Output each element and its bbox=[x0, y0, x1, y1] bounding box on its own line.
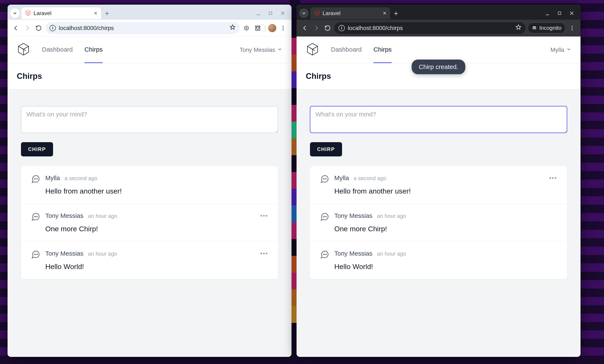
chirp-textarea[interactable] bbox=[310, 106, 567, 133]
chirp-message: Hello World! bbox=[45, 263, 268, 271]
user-menu[interactable]: Tony Messias bbox=[239, 47, 282, 53]
svg-point-3 bbox=[283, 26, 284, 27]
chirp-time: an hour ago bbox=[88, 251, 117, 257]
chirp-author: Mylla bbox=[45, 175, 60, 182]
bookmark-star-icon[interactable] bbox=[230, 24, 236, 32]
chirp-actions-menu[interactable]: ••• bbox=[260, 250, 268, 257]
page-body: Chirp Mylla a second ago Hello from anot… bbox=[8, 89, 291, 357]
chirp-item: Mylla a second ago Hello from another us… bbox=[310, 166, 567, 204]
chirp-list: Mylla a second ago Hello from another us… bbox=[310, 166, 567, 279]
nav-forward-icon[interactable] bbox=[312, 24, 321, 33]
svg-point-22 bbox=[325, 179, 325, 179]
app-logo-icon[interactable] bbox=[306, 43, 319, 57]
nav-reload-icon[interactable] bbox=[34, 24, 43, 33]
nav-links: Dashboard Chirps bbox=[331, 37, 391, 63]
user-label: Mylla bbox=[551, 47, 564, 53]
svg-point-18 bbox=[572, 26, 573, 27]
address-bar[interactable]: i localhost:8000/chirps bbox=[334, 22, 526, 34]
browser-menu-icon[interactable] bbox=[567, 24, 577, 33]
svg-point-14 bbox=[37, 254, 37, 254]
chirp-time: a second ago bbox=[65, 175, 97, 182]
window-minimize-icon[interactable] bbox=[544, 10, 550, 16]
window-maximize-icon[interactable] bbox=[557, 10, 563, 16]
chirp-actions-menu[interactable]: ••• bbox=[260, 212, 268, 219]
window-maximize-icon[interactable] bbox=[268, 10, 274, 16]
new-tab-button[interactable]: ＋ bbox=[392, 9, 400, 17]
nav-link-chirps[interactable]: Chirps bbox=[85, 37, 103, 63]
tab-close-icon[interactable]: × bbox=[94, 10, 97, 16]
nav-forward-icon[interactable] bbox=[23, 24, 32, 33]
incognito-icon bbox=[532, 25, 537, 31]
svg-point-20 bbox=[572, 29, 573, 30]
chirp-author: Tony Messias bbox=[334, 250, 372, 257]
tab-title: Laravel bbox=[34, 10, 91, 17]
tab-close-icon[interactable]: × bbox=[383, 10, 386, 16]
svg-rect-15 bbox=[558, 12, 561, 15]
nav-reload-icon[interactable] bbox=[323, 24, 332, 33]
bookmark-star-icon[interactable] bbox=[516, 24, 521, 32]
svg-point-28 bbox=[325, 254, 325, 254]
window-controls bbox=[544, 10, 578, 16]
nav-link-chirps[interactable]: Chirps bbox=[374, 37, 392, 63]
browser-tabstrip: Laravel × ＋ bbox=[8, 5, 291, 20]
site-info-icon[interactable]: i bbox=[339, 25, 345, 31]
nav-back-icon[interactable] bbox=[300, 24, 310, 33]
window-close-icon[interactable] bbox=[280, 10, 286, 16]
app-navbar: Dashboard Chirps Mylla bbox=[297, 37, 580, 63]
incognito-badge[interactable]: Incognito bbox=[528, 23, 566, 33]
chirp-body: Tony Messias an hour ago One more Chirp! bbox=[334, 212, 557, 233]
browser-tab[interactable]: Laravel × bbox=[21, 7, 101, 19]
profile-avatar[interactable] bbox=[268, 24, 277, 32]
svg-point-17 bbox=[535, 28, 536, 29]
svg-point-5 bbox=[283, 29, 284, 30]
chirp-author: Mylla bbox=[334, 175, 349, 182]
svg-point-7 bbox=[36, 179, 36, 179]
nav-back-icon[interactable] bbox=[11, 24, 21, 33]
chat-bubble-icon bbox=[31, 250, 40, 259]
browser-menu-icon[interactable] bbox=[278, 24, 288, 33]
chirp-meta: Tony Messias an hour ago bbox=[45, 250, 268, 257]
window-minimize-icon[interactable] bbox=[255, 10, 261, 16]
chirp-actions-menu[interactable]: ••• bbox=[549, 175, 557, 182]
chirp-submit-button[interactable]: Chirp bbox=[21, 142, 53, 156]
site-info-icon[interactable]: i bbox=[50, 25, 56, 31]
chirp-item: Tony Messias an hour ago One more Chirp! bbox=[310, 204, 567, 241]
toast-notification: Chirp created. bbox=[412, 60, 465, 74]
nav-link-dashboard[interactable]: Dashboard bbox=[331, 37, 362, 63]
svg-point-9 bbox=[34, 216, 35, 217]
svg-point-19 bbox=[572, 27, 573, 28]
browser-toolbar: i localhost:8000/chirps Incognito bbox=[297, 20, 580, 37]
chevron-down-icon bbox=[277, 47, 282, 53]
tab-title: Laravel bbox=[323, 10, 380, 17]
nav-link-dashboard[interactable]: Dashboard bbox=[42, 37, 73, 63]
svg-point-10 bbox=[36, 216, 36, 217]
svg-point-16 bbox=[533, 28, 534, 29]
chirp-textarea[interactable] bbox=[21, 106, 278, 133]
chirp-list: Mylla a second ago Hello from another us… bbox=[21, 166, 278, 279]
svg-point-8 bbox=[37, 179, 37, 179]
chirp-time: a second ago bbox=[353, 175, 386, 182]
app-logo-icon[interactable] bbox=[17, 43, 30, 57]
new-tab-button[interactable]: ＋ bbox=[103, 9, 111, 17]
extensions-icon[interactable] bbox=[253, 24, 262, 33]
browser-tab[interactable]: Laravel × bbox=[310, 7, 390, 19]
chirp-submit-button[interactable]: Chirp bbox=[310, 142, 342, 156]
browser-window-right: Laravel × ＋ i localhost:8000/chirps Inco… bbox=[297, 5, 580, 357]
chirp-item: Tony Messias an hour ago One more Chirp!… bbox=[21, 204, 278, 241]
svg-point-21 bbox=[323, 179, 324, 179]
chirp-body: Tony Messias an hour ago Hello World! bbox=[334, 250, 557, 271]
user-menu[interactable]: Mylla bbox=[551, 47, 571, 53]
svg-point-2 bbox=[246, 27, 247, 29]
chirp-item: Mylla a second ago Hello from another us… bbox=[21, 166, 278, 204]
address-bar[interactable]: i localhost:8000/chirps bbox=[45, 22, 240, 34]
chirp-message: One more Chirp! bbox=[45, 225, 268, 233]
laravel-favicon-icon bbox=[314, 10, 320, 16]
lens-icon[interactable] bbox=[242, 24, 251, 33]
window-close-icon[interactable] bbox=[569, 10, 575, 16]
toolbar-separator: | bbox=[264, 25, 266, 31]
tabs-dropdown-button[interactable] bbox=[10, 8, 20, 18]
tabs-dropdown-button[interactable] bbox=[299, 8, 309, 18]
svg-rect-0 bbox=[269, 12, 272, 15]
chirp-meta: Mylla a second ago bbox=[45, 175, 268, 182]
chirp-body: Mylla a second ago Hello from another us… bbox=[334, 175, 557, 195]
